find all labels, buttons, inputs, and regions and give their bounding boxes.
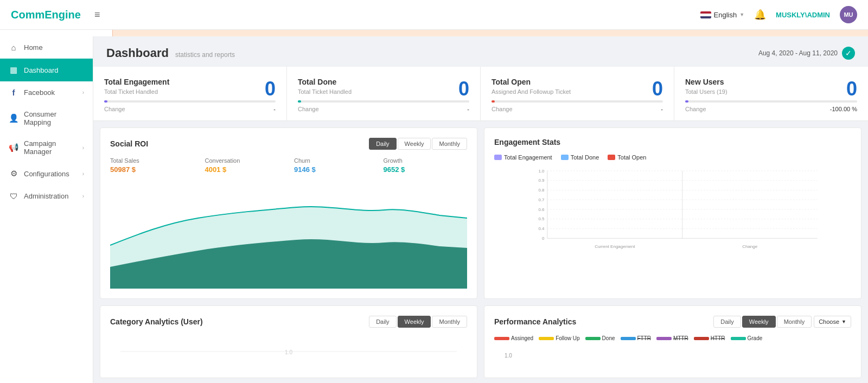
progress-bar-fill xyxy=(0,30,113,36)
stat-title: Total Open xyxy=(492,78,663,86)
stat-card-total-open: Total Open Assigned And Followup Ticket … xyxy=(481,67,674,120)
stat-card-new-users: New Users Total Users (19) 0 Change -100… xyxy=(674,67,868,120)
performance-analytics-card: Performance Analytics Daily Weekly Month… xyxy=(484,305,861,378)
sidebar-item-label: Dashboard xyxy=(24,66,59,74)
sidebar-item-administration[interactable]: 🛡 Administration › xyxy=(0,185,93,207)
chart-header: Engagement Stats xyxy=(494,138,851,146)
tab-monthly[interactable]: Monthly xyxy=(432,316,467,328)
progress-bar-container xyxy=(0,30,868,36)
sidebar: ⌂ Home ▦ Dashboard f Facebook › 👤 Consum… xyxy=(0,36,93,383)
legend-item-fttr: FTTR xyxy=(621,335,652,341)
legend-color xyxy=(621,337,636,340)
performance-legend: Assinged Follow Up Done FTTR xyxy=(494,335,851,341)
sidebar-item-label: Facebook xyxy=(24,88,55,97)
stat-progress-bar xyxy=(492,100,663,103)
svg-text:Change: Change xyxy=(742,244,758,249)
stat-subtitle: Total Ticket Handled xyxy=(298,88,469,95)
sidebar-item-campaign-manager[interactable]: 📢 Campaign Manager › xyxy=(0,133,93,162)
stat-title: Total Engagement xyxy=(104,78,276,86)
legend-color xyxy=(494,337,509,340)
legend-color xyxy=(608,155,615,160)
stat-progress-fill xyxy=(492,100,495,103)
legend-item-httr: HTTR xyxy=(694,335,725,341)
hamburger-icon[interactable]: ≡ xyxy=(94,9,100,21)
legend-item-done: Done xyxy=(585,335,615,341)
stat-title: Total Done xyxy=(298,78,469,86)
tab-group-social-roi: Daily Weekly Monthly xyxy=(369,138,467,150)
stat-change: Change - xyxy=(492,106,663,112)
flag-icon xyxy=(700,11,711,18)
legend-color xyxy=(561,155,569,160)
tab-group-performance: Daily Weekly Monthly xyxy=(713,316,812,328)
perf-controls: Daily Weekly Monthly Choose ▼ xyxy=(713,316,851,328)
legend-color xyxy=(656,337,672,340)
area-chart-svg xyxy=(110,180,467,289)
stat-subtitle: Total Ticket Handled xyxy=(104,88,276,95)
engagement-chart-container: 1.0 0.9 0.8 0.7 0.6 0.5 0.4 0 Current En… xyxy=(494,166,851,264)
campaign-icon: 📢 xyxy=(9,143,18,152)
configurations-icon: ⚙ xyxy=(9,169,18,178)
notification-bell-icon[interactable]: 🔔 xyxy=(754,9,766,21)
tab-daily[interactable]: Daily xyxy=(713,316,741,328)
avatar[interactable]: MU xyxy=(840,6,857,23)
legend-color xyxy=(585,337,601,340)
chart-title: Engagement Stats xyxy=(494,138,560,146)
chevron-right-icon: › xyxy=(82,145,84,151)
tab-monthly[interactable]: Monthly xyxy=(432,138,467,150)
svg-text:0.8: 0.8 xyxy=(538,188,545,193)
stat-value: 0 xyxy=(458,78,469,100)
category-chart-placeholder: 1.0 xyxy=(110,335,467,368)
sidebar-item-configurations[interactable]: ⚙ Configurations › xyxy=(0,162,93,185)
chevron-down-icon: ▼ xyxy=(739,12,744,17)
chevron-right-icon: › xyxy=(82,193,84,199)
sidebar-item-label: Consumer Mapping xyxy=(24,110,84,126)
tab-daily[interactable]: Daily xyxy=(369,138,396,150)
legend-item-assigned: Assinged xyxy=(494,335,533,341)
roi-growth: Growth 9652 $ xyxy=(378,157,468,174)
date-range: Aug 4, 2020 - Aug 11, 2020 ✓ xyxy=(758,47,855,60)
tab-monthly[interactable]: Monthly xyxy=(777,316,812,328)
svg-text:0.4: 0.4 xyxy=(538,226,545,231)
sidebar-item-label: Campaign Manager xyxy=(24,139,77,156)
dashboard-subtitle: statistics and reports xyxy=(175,51,235,59)
logo: CommEngine xyxy=(11,9,81,21)
tab-group-category: Daily Weekly Monthly xyxy=(369,316,467,328)
chart-title: Performance Analytics xyxy=(494,317,576,326)
tab-daily[interactable]: Daily xyxy=(369,316,396,328)
tab-weekly[interactable]: Weekly xyxy=(742,316,776,328)
engagement-legend: Total Engagement Total Done Total Open xyxy=(494,154,851,161)
roi-churn: Churn 9146 $ xyxy=(289,157,378,174)
stat-card-total-done: Total Done Total Ticket Handled 0 Change… xyxy=(287,67,481,120)
stat-subtitle: Assigned And Followup Ticket xyxy=(492,88,663,95)
sidebar-item-consumer-mapping[interactable]: 👤 Consumer Mapping xyxy=(0,104,93,133)
stat-value: 0 xyxy=(846,78,857,100)
performance-chart-placeholder: 1.0 xyxy=(494,341,851,363)
home-icon: ⌂ xyxy=(9,43,18,52)
stat-change: Change - xyxy=(298,106,469,112)
choose-dropdown[interactable]: Choose ▼ xyxy=(814,316,851,328)
svg-text:1.0: 1.0 xyxy=(505,353,512,359)
topnav: CommEngine ≡ English ▼ 🔔 MUSKLY\ADMIN MU xyxy=(0,0,868,30)
language-selector[interactable]: English ▼ xyxy=(700,11,745,19)
tab-weekly[interactable]: Weekly xyxy=(398,138,431,150)
roi-stats: Total Sales 50987 $ Conversation 4001 $ … xyxy=(110,157,467,174)
dashboard-title-area: Dashboard statistics and reports xyxy=(106,46,235,60)
engagement-stats-card: Engagement Stats Total Engagement Total … xyxy=(484,127,861,299)
svg-text:1.0: 1.0 xyxy=(538,169,545,174)
sidebar-item-dashboard[interactable]: ▦ Dashboard xyxy=(0,59,93,81)
dashboard-icon: ▦ xyxy=(9,65,18,75)
bottom-charts-row: Category Analytics (User) Daily Weekly M… xyxy=(93,305,868,383)
stat-card-total-engagement: Total Engagement Total Ticket Handled 0 … xyxy=(93,67,287,120)
sidebar-item-label: Configurations xyxy=(24,170,69,178)
roi-conversation: Conversation 4001 $ xyxy=(200,157,289,174)
facebook-icon: f xyxy=(9,88,18,97)
username-label: MUSKLY\ADMIN xyxy=(776,11,830,19)
category-chart-svg: 1.0 xyxy=(110,335,467,368)
tab-weekly[interactable]: Weekly xyxy=(398,316,431,328)
sidebar-item-facebook[interactable]: f Facebook › xyxy=(0,81,93,104)
date-range-confirm-icon[interactable]: ✓ xyxy=(842,47,855,60)
sidebar-item-home[interactable]: ⌂ Home xyxy=(0,36,93,59)
administration-icon: 🛡 xyxy=(9,192,18,201)
chevron-right-icon: › xyxy=(82,171,84,177)
stat-progress-fill xyxy=(298,100,301,103)
